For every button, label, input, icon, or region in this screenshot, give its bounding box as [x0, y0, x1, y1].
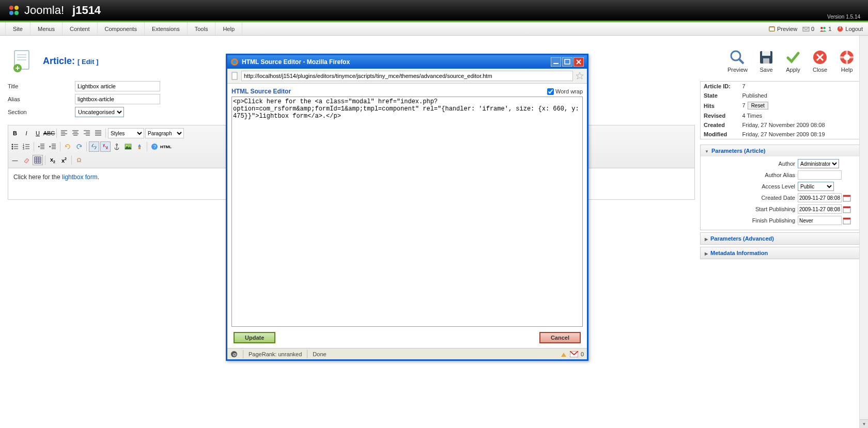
outdent-button[interactable]	[36, 141, 47, 152]
svg-point-3	[14, 11, 19, 15]
users-icon	[819, 25, 827, 33]
align-center-button[interactable]	[70, 128, 81, 138]
preview-link[interactable]: Preview	[768, 25, 797, 33]
alias-input[interactable]	[75, 94, 160, 104]
panel-header-article[interactable]: Parameters (Article)	[701, 145, 860, 156]
anchor-button[interactable]	[112, 141, 122, 152]
section-select[interactable]: Uncategorised	[75, 107, 124, 117]
page-title-pre: Article:	[43, 56, 78, 66]
messages-count-value: 0	[811, 26, 814, 32]
svg-rect-38	[35, 157, 41, 163]
bookmark-star-icon[interactable]	[576, 72, 584, 80]
chevron-right-icon	[705, 235, 708, 242]
hr-button[interactable]: —	[10, 155, 20, 165]
align-center-icon	[72, 130, 79, 137]
bullet-list-button[interactable]	[10, 141, 20, 152]
charmap-button[interactable]: Ω	[74, 155, 84, 165]
svg-rect-20	[763, 58, 769, 64]
menu-site[interactable]: Site	[5, 22, 30, 35]
reset-hits-button[interactable]: Reset	[748, 102, 768, 109]
modal-titlebar[interactable]: HTML Source Editor - Mozilla Firefox	[227, 55, 587, 69]
update-button[interactable]: Update	[234, 332, 275, 343]
align-left-button[interactable]	[59, 128, 69, 138]
created-date-input[interactable]	[798, 193, 842, 202]
svg-rect-35	[138, 147, 141, 149]
align-right-button[interactable]	[82, 128, 92, 138]
toolbar-close-button[interactable]: Close	[812, 49, 828, 73]
menu-extensions[interactable]: Extensions	[145, 22, 188, 35]
indent-button[interactable]	[48, 141, 58, 152]
help-button[interactable]: ?	[149, 141, 160, 152]
cancel-button[interactable]: Cancel	[539, 332, 581, 343]
info-state: Published	[739, 91, 860, 100]
toolbar-help-button[interactable]: Help	[839, 49, 855, 73]
url-input[interactable]	[241, 71, 573, 81]
subscript-button[interactable]: x2	[48, 155, 58, 165]
table-button[interactable]	[33, 155, 43, 165]
menu-components[interactable]: Components	[98, 22, 145, 35]
html-button[interactable]: HTML	[161, 141, 171, 152]
bold-button[interactable]: B	[10, 128, 20, 138]
number-list-button[interactable]: 123	[21, 141, 32, 152]
format-select[interactable]: Paragraph	[145, 128, 184, 138]
scroll-down-icon[interactable]: ▼	[860, 419, 868, 428]
close-button[interactable]	[574, 57, 584, 67]
link-button[interactable]	[89, 141, 99, 152]
toolbar-preview-button[interactable]: Preview	[727, 49, 748, 73]
svg-line-17	[739, 59, 743, 64]
maximize-button[interactable]	[562, 57, 572, 67]
users-count[interactable]: 1	[819, 25, 831, 33]
panel-header-metadata[interactable]: Metadata Information	[701, 247, 860, 259]
author-alias-input[interactable]	[798, 170, 842, 180]
italic-button[interactable]: I	[21, 128, 32, 138]
strikethrough-button[interactable]: ABC	[44, 128, 54, 138]
styles-select[interactable]: Styles	[108, 128, 144, 138]
svg-rect-10	[840, 26, 841, 28]
menu-help[interactable]: Help	[215, 22, 242, 35]
html-source-textarea[interactable]: <p>Click here for the <a class="modal" h…	[231, 97, 583, 327]
access-level-select[interactable]: Public	[798, 182, 834, 191]
cleanup-icon	[136, 143, 143, 150]
removeformat-button[interactable]	[21, 155, 32, 165]
align-justify-button[interactable]	[93, 128, 103, 138]
wordwrap-checkbox[interactable]	[547, 88, 554, 95]
unlink-button[interactable]	[100, 141, 111, 152]
info-label-state: State	[701, 91, 739, 100]
calendar-icon[interactable]	[843, 216, 851, 225]
menu-menus[interactable]: Menus	[30, 22, 63, 35]
image-button[interactable]	[123, 141, 133, 152]
users-count-value: 1	[828, 26, 831, 32]
logout-link[interactable]: Logout	[836, 25, 863, 33]
title-input[interactable]	[75, 81, 160, 91]
image-icon	[125, 143, 132, 150]
editor-lightbox-link[interactable]: lightbox form	[62, 173, 98, 181]
gmail-count: 0	[581, 351, 584, 357]
seo-icon[interactable]	[560, 351, 567, 358]
redo-button[interactable]	[74, 141, 84, 152]
preview-label: Preview	[777, 26, 797, 32]
article-info-table: Article ID:7 StatePublished Hits7Reset R…	[700, 81, 860, 139]
redo-icon	[75, 143, 83, 150]
finish-publishing-input[interactable]	[798, 216, 842, 225]
superscript-button[interactable]: x2	[59, 155, 69, 165]
info-label-article-id: Article ID:	[701, 82, 739, 91]
cleanup-button[interactable]	[134, 141, 145, 152]
start-publishing-input[interactable]	[798, 204, 842, 214]
panel-title-advanced: Parameters (Advanced)	[710, 235, 774, 242]
undo-button[interactable]	[63, 141, 73, 152]
menu-tools[interactable]: Tools	[188, 22, 216, 35]
gmail-icon[interactable]	[570, 351, 578, 357]
toolbar-save-button[interactable]: Save	[758, 49, 774, 73]
toolbar-apply-button[interactable]: Apply	[785, 49, 801, 73]
messages-count[interactable]: 0	[802, 25, 814, 33]
calendar-icon[interactable]	[843, 205, 851, 213]
underline-button[interactable]: U	[33, 128, 43, 138]
menu-content[interactable]: Content	[63, 22, 98, 35]
calendar-icon[interactable]	[843, 194, 851, 202]
unlink-icon	[102, 143, 109, 150]
minimize-button[interactable]	[551, 57, 561, 67]
page-scrollbar[interactable]: ▲ ▼	[859, 0, 868, 428]
author-select[interactable]: Administrator	[798, 159, 839, 168]
panel-header-advanced[interactable]: Parameters (Advanced)	[701, 233, 860, 244]
floppy-icon	[758, 49, 774, 66]
